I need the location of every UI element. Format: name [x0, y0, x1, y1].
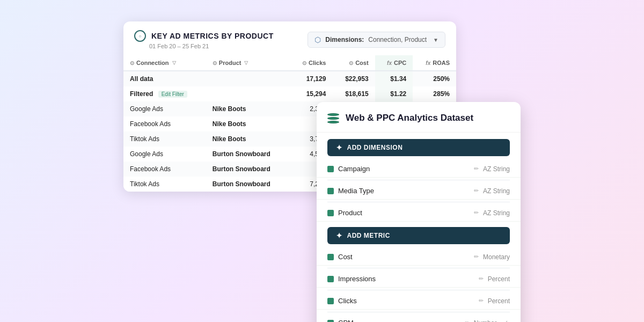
- cell-connection: Google Ads: [123, 101, 206, 116]
- analytics-header: Web & PPC Analytics Dataset: [317, 102, 521, 133]
- dimensions-label: Dimensions:: [325, 36, 364, 43]
- green-square-icon: [327, 166, 334, 172]
- cell-cost: $22,953: [332, 71, 375, 86]
- pencil-icon[interactable]: ✏: [479, 275, 484, 282]
- cell-product: Burton Snowboard: [206, 147, 289, 162]
- filter-product-icon[interactable]: ▽: [244, 60, 248, 65]
- th-product-label: Product: [219, 60, 241, 66]
- dimensions-selector[interactable]: ⬡ Dimensions: Connection, Product ▼: [308, 32, 445, 48]
- cell-roas: 285%: [413, 86, 456, 101]
- metric-name: Impressions: [338, 275, 473, 283]
- cube-icon: ⬡: [314, 35, 321, 44]
- green-square-icon: [327, 254, 334, 260]
- dimension-row-campaign: Campaign ✏ AZ String: [317, 160, 521, 178]
- dimension-name: Product: [338, 209, 469, 217]
- th-clicks-icon: ⊙: [302, 60, 306, 66]
- dimension-name: Media Type: [338, 187, 469, 195]
- th-cost-label: Cost: [355, 60, 368, 66]
- db-layer-2: [327, 117, 339, 120]
- cell-connection: Facebook Ads: [123, 116, 206, 131]
- cell-roas: 250%: [413, 71, 456, 86]
- separator: [327, 180, 510, 180]
- metric-row-cpm: CPM ✏ Number fx: [317, 314, 521, 322]
- analytics-card: Web & PPC Analytics Dataset ✦ ADD DIMENS…: [317, 102, 521, 322]
- filter-connection-icon[interactable]: ▽: [172, 60, 176, 65]
- cell-connection: All data: [123, 71, 206, 86]
- cell-product: Burton Snowboard: [206, 162, 289, 177]
- pencil-icon[interactable]: ✏: [474, 209, 479, 216]
- green-square-icon: [327, 298, 334, 304]
- table-row: All data 17,129 $22,953 $1.34 250%: [123, 71, 456, 86]
- add-metric-label: ADD METRIC: [347, 232, 390, 239]
- metrics-card-title: KEY AD METRICS BY PRODUCT: [151, 32, 274, 40]
- separator: [327, 290, 510, 290]
- metrics-header: KEY AD METRICS BY PRODUCT 01 Feb 20 – 25…: [123, 21, 456, 54]
- pencil-icon[interactable]: ✏: [474, 187, 479, 194]
- cell-cost: $18,615: [332, 86, 375, 101]
- metric-name: CPM: [338, 319, 459, 322]
- dimension-row-product: Product ✏ AZ String: [317, 204, 521, 222]
- th-clicks: ⊙ Clicks: [289, 55, 332, 71]
- cell-connection: Tiktok Ads: [123, 131, 206, 147]
- cell-connection: Facebook Ads: [123, 162, 206, 177]
- chevron-down-icon: ▼: [433, 37, 438, 43]
- th-cost: ⊙ Cost: [332, 55, 375, 71]
- add-metric-button[interactable]: ✦ ADD METRIC: [327, 227, 510, 244]
- metrics-icon-title: KEY AD METRICS BY PRODUCT: [134, 30, 274, 42]
- metric-row-impressions: Impressions ✏ Percent: [317, 270, 521, 288]
- green-square-icon: [327, 188, 334, 194]
- separator: [327, 312, 510, 312]
- db-layer-3: [327, 121, 339, 123]
- th-cpc-label: CPC: [394, 60, 406, 66]
- metrics-logo-icon: [134, 30, 146, 42]
- th-product-icon: ⊙: [213, 60, 217, 66]
- table-row: Filtered Edit Filter 15,294 $18,615 $1.2…: [123, 86, 456, 101]
- pencil-icon[interactable]: ✏: [465, 319, 470, 322]
- dimension-name: Campaign: [338, 165, 469, 173]
- cell-product: Nike Boots: [206, 116, 289, 131]
- metric-name: Clicks: [338, 297, 473, 305]
- th-connection-label: Connection: [136, 60, 169, 66]
- cell-product: Burton Snowboard: [206, 177, 289, 192]
- add-dimension-label: ADD DIMENSION: [347, 144, 403, 151]
- th-roas-label: ROAS: [433, 60, 450, 66]
- separator: [327, 202, 510, 202]
- dimension-type: AZ String: [483, 165, 510, 173]
- pencil-icon[interactable]: ✏: [474, 253, 479, 260]
- metrics-date-range: 01 Feb 20 – 25 Feb 21: [149, 43, 274, 49]
- cell-connection: Tiktok Ads: [123, 177, 206, 192]
- green-square-icon: [327, 320, 334, 323]
- database-icon: [327, 113, 339, 123]
- dimension-row-mediatype: Media Type ✏ AZ String: [317, 182, 521, 200]
- metric-row-cost: Cost ✏ Monetary: [317, 248, 521, 266]
- cell-product: [206, 86, 289, 101]
- th-roas: fx ROAS: [413, 55, 456, 71]
- dimension-type: AZ String: [483, 209, 510, 217]
- th-cost-icon: ⊙: [349, 60, 353, 66]
- metric-row-clicks: Clicks ✏ Percent: [317, 292, 521, 310]
- th-roas-icon: fx: [426, 60, 430, 66]
- pencil-icon[interactable]: ✏: [479, 297, 484, 304]
- metric-type: Monetary: [483, 253, 510, 261]
- th-connection: ⊙ Connection ▽: [123, 55, 206, 71]
- metrics-title-group: KEY AD METRICS BY PRODUCT 01 Feb 20 – 25…: [134, 30, 274, 49]
- th-cpc: fx CPC: [375, 55, 413, 71]
- separator: [327, 268, 510, 268]
- pencil-icon[interactable]: ✏: [474, 165, 479, 172]
- db-layer-1: [327, 113, 339, 116]
- th-connection-icon: ⊙: [130, 60, 134, 66]
- th-cpc-icon: fx: [387, 60, 392, 66]
- metric-name: Cost: [338, 253, 469, 261]
- cell-connection: Google Ads: [123, 147, 206, 162]
- green-square-icon: [327, 276, 334, 282]
- cell-clicks: 15,294: [289, 86, 332, 101]
- th-product: ⊙ Product ▽: [206, 55, 289, 71]
- edit-filter-badge[interactable]: Edit Filter: [158, 91, 187, 98]
- metric-type: Percent: [488, 297, 510, 305]
- add-dimension-button[interactable]: ✦ ADD DIMENSION: [327, 139, 510, 156]
- table-header-row: ⊙ Connection ▽ ⊙ Product ▽ ⊙ Clicks: [123, 55, 456, 71]
- cell-product: Nike Boots: [206, 101, 289, 116]
- dimensions-value: Connection, Product: [368, 36, 427, 43]
- metric-type: Number: [474, 319, 497, 323]
- green-square-icon: [327, 210, 334, 216]
